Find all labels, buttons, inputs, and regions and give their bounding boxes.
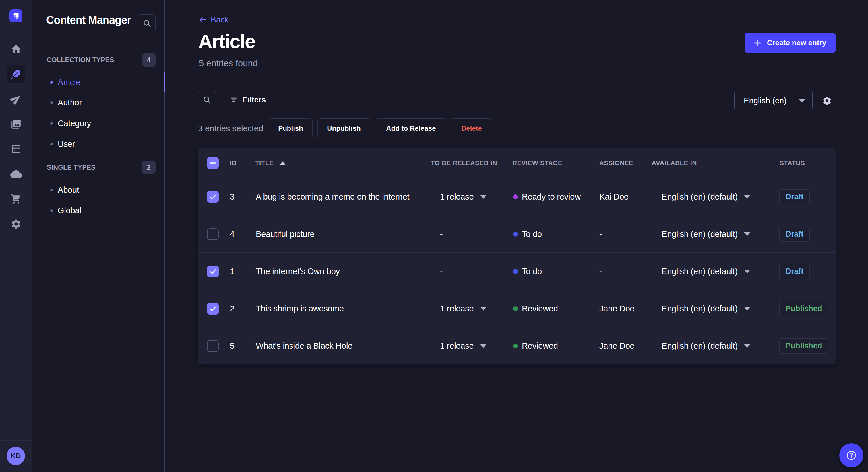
chevron-down-icon bbox=[480, 195, 487, 199]
cell-status: Published bbox=[779, 290, 828, 327]
back-link[interactable]: Back bbox=[199, 15, 228, 25]
chevron-down-icon bbox=[480, 307, 487, 310]
chevron-down-icon bbox=[799, 99, 805, 103]
row-checkbox[interactable] bbox=[207, 191, 219, 203]
plus-icon bbox=[753, 39, 762, 47]
content-manager-feather-icon[interactable] bbox=[7, 65, 25, 83]
cell-status: Published bbox=[779, 327, 828, 365]
add-to-release-button[interactable]: Add to Release bbox=[376, 119, 446, 138]
cell-title: What's inside a Black Hole bbox=[256, 327, 352, 365]
marketplace-cart-icon[interactable] bbox=[0, 190, 32, 208]
status-badge: Draft bbox=[779, 189, 810, 204]
subnav-item-global[interactable]: Global bbox=[50, 205, 82, 216]
app-root: KD Content Manager COLLECTION TYPES4Arti… bbox=[0, 0, 868, 472]
cell-assignee: - bbox=[599, 215, 602, 252]
chevron-down-icon bbox=[744, 344, 750, 348]
cloud-icon[interactable] bbox=[0, 165, 32, 183]
subnav-item-label: Author bbox=[58, 97, 82, 107]
cell-to-be-released-in[interactable]: - bbox=[440, 215, 443, 252]
cell-available-in[interactable]: English (en) (default) bbox=[662, 178, 750, 215]
cell-available-in[interactable]: English (en) (default) bbox=[662, 215, 750, 252]
locale-select[interactable]: English (en) bbox=[734, 91, 813, 110]
subnav-item-user[interactable]: User bbox=[50, 138, 75, 150]
subnav-item-label: Category bbox=[58, 118, 91, 129]
back-label: Back bbox=[211, 15, 228, 25]
table-row: 1 The internet's Own boy - To do - Engli… bbox=[198, 252, 836, 290]
subnav-section-label: SINGLE TYPES bbox=[47, 164, 96, 171]
cell-to-be-released-in[interactable]: 1 release bbox=[440, 327, 487, 365]
search-icon[interactable] bbox=[198, 91, 216, 108]
select-all-checkbox[interactable] bbox=[207, 157, 219, 169]
subnav-item-about[interactable]: About bbox=[50, 184, 79, 196]
delete-button[interactable]: Delete bbox=[451, 119, 492, 138]
gear-icon[interactable] bbox=[818, 91, 836, 110]
column-header-to-be-released-in[interactable]: TO BE RELEASED IN bbox=[431, 148, 497, 178]
content-manager-subnav: Content Manager COLLECTION TYPES4Article… bbox=[32, 0, 165, 472]
strapi-logo[interactable] bbox=[9, 9, 22, 22]
media-library-icon[interactable] bbox=[0, 115, 32, 133]
cell-to-be-released-in[interactable]: 1 release bbox=[440, 290, 487, 327]
cell-title: A bug is becoming a meme on the internet bbox=[256, 178, 409, 215]
selected-entries-count: 3 entries selected bbox=[198, 123, 263, 134]
subnav-item-label: User bbox=[58, 139, 75, 149]
cell-title: Beautiful picture bbox=[256, 215, 315, 252]
cell-assignee: Jane Doe bbox=[599, 327, 634, 365]
cell-assignee: Kai Doe bbox=[599, 178, 629, 215]
status-badge: Published bbox=[779, 338, 828, 353]
column-header-id[interactable]: ID bbox=[230, 148, 237, 178]
chevron-down-icon bbox=[480, 344, 487, 348]
home-icon[interactable] bbox=[0, 40, 32, 58]
cell-to-be-released-in[interactable]: - bbox=[440, 252, 443, 290]
sort-ascending-icon bbox=[280, 162, 286, 165]
chevron-down-icon bbox=[744, 195, 750, 199]
cell-available-in[interactable]: English (en) (default) bbox=[662, 252, 750, 290]
chevron-down-icon bbox=[744, 307, 750, 310]
help-button[interactable] bbox=[839, 443, 863, 467]
unpublish-button[interactable]: Unpublish bbox=[317, 119, 370, 138]
settings-gear-icon[interactable] bbox=[0, 215, 32, 233]
status-badge: Draft bbox=[779, 264, 810, 279]
filters-button[interactable]: Filters bbox=[221, 91, 274, 108]
subnav-item-author[interactable]: Author bbox=[50, 97, 82, 108]
row-checkbox[interactable] bbox=[207, 303, 219, 314]
table-row: 3 A bug is becoming a meme on the intern… bbox=[198, 178, 836, 215]
entries-table: ID TITLE TO BE RELEASED IN REVIEW STAGE … bbox=[198, 148, 836, 365]
status-badge: Published bbox=[779, 301, 828, 316]
subnav-divider bbox=[46, 41, 60, 41]
table-row: 2 This shrimp is awesome 1 release Revie… bbox=[198, 290, 836, 327]
column-header-review-stage[interactable]: REVIEW STAGE bbox=[513, 148, 562, 178]
table-row: 4 Beautiful picture - To do - English (e… bbox=[198, 215, 836, 252]
bullet-icon bbox=[50, 143, 53, 145]
filter-icon bbox=[229, 96, 238, 104]
bullet-icon bbox=[50, 209, 53, 212]
create-new-entry-button[interactable]: Create new entry bbox=[745, 33, 836, 53]
cell-title: The internet's Own boy bbox=[256, 252, 340, 290]
cell-available-in[interactable]: English (en) (default) bbox=[662, 327, 750, 365]
search-icon[interactable] bbox=[138, 14, 156, 32]
main-nav-rail: KD bbox=[0, 0, 32, 472]
cell-to-be-released-in[interactable]: 1 release bbox=[440, 178, 487, 215]
column-header-status[interactable]: STATUS bbox=[780, 148, 805, 178]
column-header-assignee[interactable]: ASSIGNEE bbox=[599, 148, 633, 178]
bullet-icon bbox=[50, 101, 53, 104]
cell-available-in[interactable]: English (en) (default) bbox=[662, 290, 750, 327]
user-avatar[interactable]: KD bbox=[7, 447, 25, 465]
table-header-row: ID TITLE TO BE RELEASED IN REVIEW STAGE … bbox=[198, 148, 836, 178]
content-type-builder-icon[interactable] bbox=[0, 140, 32, 158]
publish-button[interactable]: Publish bbox=[269, 119, 313, 138]
cell-id: 4 bbox=[230, 215, 235, 252]
row-checkbox[interactable] bbox=[207, 266, 219, 277]
check-icon bbox=[207, 191, 219, 203]
column-header-available-in[interactable]: AVAILABLE IN bbox=[652, 148, 697, 178]
back-arrow-icon bbox=[199, 16, 206, 24]
row-checkbox[interactable] bbox=[207, 228, 219, 240]
check-icon bbox=[207, 303, 219, 314]
send-icon[interactable] bbox=[0, 90, 32, 108]
subnav-section-label: COLLECTION TYPES bbox=[47, 56, 114, 64]
subnav-title: Content Manager bbox=[46, 13, 131, 27]
create-new-entry-label: Create new entry bbox=[767, 38, 826, 47]
subnav-item-article[interactable]: Article bbox=[50, 76, 81, 88]
subnav-item-category[interactable]: Category bbox=[50, 117, 91, 129]
row-checkbox[interactable] bbox=[207, 340, 219, 352]
column-header-title[interactable]: TITLE bbox=[255, 148, 286, 178]
